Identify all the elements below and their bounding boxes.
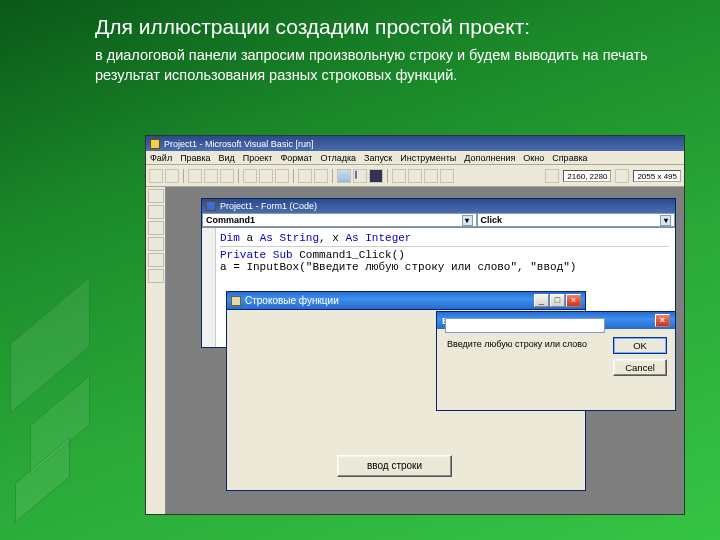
object-combo[interactable]: Command1 ▾ xyxy=(202,213,477,227)
toolbar-button[interactable] xyxy=(408,169,422,183)
procedure-combo[interactable]: Click ▾ xyxy=(477,213,675,227)
toolbar-button[interactable] xyxy=(314,169,328,183)
inputbox-dialog: ввод × Введите любую строку или слово OK… xyxy=(436,311,676,411)
code-separator xyxy=(220,246,669,247)
menu-debug[interactable]: Отладка xyxy=(320,153,356,163)
maximize-button[interactable]: □ xyxy=(550,294,565,307)
app-form-title: Строковые функции xyxy=(245,295,339,306)
stop-button[interactable] xyxy=(369,169,383,183)
inputbox-prompt: Введите любую строку или слово xyxy=(447,339,597,349)
code-margin xyxy=(202,228,216,347)
toolbar-button[interactable] xyxy=(392,169,406,183)
chevron-down-icon[interactable]: ▾ xyxy=(660,215,671,226)
vb-toolbar: ∥ 2160, 2280 2055 x 495 xyxy=(146,165,684,187)
toolbar-separator xyxy=(387,169,388,183)
menu-tools[interactable]: Инструменты xyxy=(400,153,456,163)
toolbox-item[interactable] xyxy=(148,205,164,219)
size-readout: 2055 x 495 xyxy=(633,170,681,182)
object-combo-value: Command1 xyxy=(206,215,255,225)
inputbox-body: Введите любую строку или слово OK Cancel xyxy=(437,329,675,341)
close-button[interactable]: × xyxy=(566,294,581,307)
menu-project[interactable]: Проект xyxy=(243,153,273,163)
menu-view[interactable]: Вид xyxy=(219,153,235,163)
toolbar-button[interactable] xyxy=(204,169,218,183)
screenshot-container: Project1 - Microsoft Visual Basic [run] … xyxy=(145,135,685,515)
toolbar-button[interactable] xyxy=(440,169,454,183)
toolbar-button[interactable] xyxy=(298,169,312,183)
menu-format[interactable]: Формат xyxy=(281,153,313,163)
toolbar-separator xyxy=(238,169,239,183)
slide-body: в диалоговой панели запросим произвольну… xyxy=(95,46,655,85)
code-window-titlebar: Project1 - Form1 (Code) xyxy=(202,199,675,213)
slide-title: Для иллюстрации создадим простой проект: xyxy=(95,15,655,39)
code-line: a = InputBox("Введите любую строку или с… xyxy=(220,261,669,273)
minimize-button[interactable]: _ xyxy=(534,294,549,307)
menu-addins[interactable]: Дополнения xyxy=(464,153,515,163)
size-icon xyxy=(615,169,629,183)
run-button[interactable] xyxy=(337,169,351,183)
procedure-combo-value: Click xyxy=(481,215,503,225)
toolbox-item[interactable] xyxy=(148,189,164,203)
code-line: Private Sub Command1_Click() xyxy=(220,249,669,261)
vb-titlebar: Project1 - Microsoft Visual Basic [run] xyxy=(146,136,684,151)
toolbar-button[interactable] xyxy=(259,169,273,183)
code-line: Dim a As String, x As Integer xyxy=(220,232,669,244)
toolbox-item[interactable] xyxy=(148,269,164,283)
code-window-title: Project1 - Form1 (Code) xyxy=(220,201,317,211)
toolbar-button[interactable] xyxy=(149,169,163,183)
code-window-icon xyxy=(206,201,216,211)
input-string-button[interactable]: ввод строки xyxy=(337,455,452,477)
inputbox-text-field[interactable] xyxy=(445,318,605,333)
menu-file[interactable]: Файл xyxy=(150,153,172,163)
toolbar-button[interactable] xyxy=(188,169,202,183)
vb-app-icon xyxy=(150,139,160,149)
chevron-down-icon[interactable]: ▾ xyxy=(462,215,473,226)
menu-window[interactable]: Окно xyxy=(523,153,544,163)
vb-toolbox xyxy=(146,187,166,514)
menu-help[interactable]: Справка xyxy=(552,153,587,163)
vb-menubar: Файл Правка Вид Проект Формат Отладка За… xyxy=(146,151,684,165)
toolbar-button[interactable] xyxy=(424,169,438,183)
toolbox-item[interactable] xyxy=(148,237,164,251)
form-icon xyxy=(231,296,241,306)
toolbar-separator xyxy=(183,169,184,183)
cancel-button[interactable]: Cancel xyxy=(613,359,667,376)
toolbar-button[interactable] xyxy=(220,169,234,183)
toolbar-button[interactable] xyxy=(275,169,289,183)
position-icon xyxy=(545,169,559,183)
toolbar-button[interactable] xyxy=(243,169,257,183)
close-button[interactable]: × xyxy=(655,314,670,327)
app-form-titlebar[interactable]: Строковые функции _ □ × xyxy=(227,292,585,310)
ok-button[interactable]: OK xyxy=(613,337,667,354)
vb-title-text: Project1 - Microsoft Visual Basic [run] xyxy=(164,139,313,149)
menu-edit[interactable]: Правка xyxy=(180,153,210,163)
pause-button[interactable]: ∥ xyxy=(353,169,367,183)
menu-run[interactable]: Запуск xyxy=(364,153,392,163)
toolbar-separator xyxy=(332,169,333,183)
toolbox-item[interactable] xyxy=(148,221,164,235)
code-combo-row: Command1 ▾ Click ▾ xyxy=(202,213,675,228)
toolbar-button[interactable] xyxy=(165,169,179,183)
position-readout: 2160, 2280 xyxy=(563,170,611,182)
toolbar-separator xyxy=(293,169,294,183)
toolbox-item[interactable] xyxy=(148,253,164,267)
